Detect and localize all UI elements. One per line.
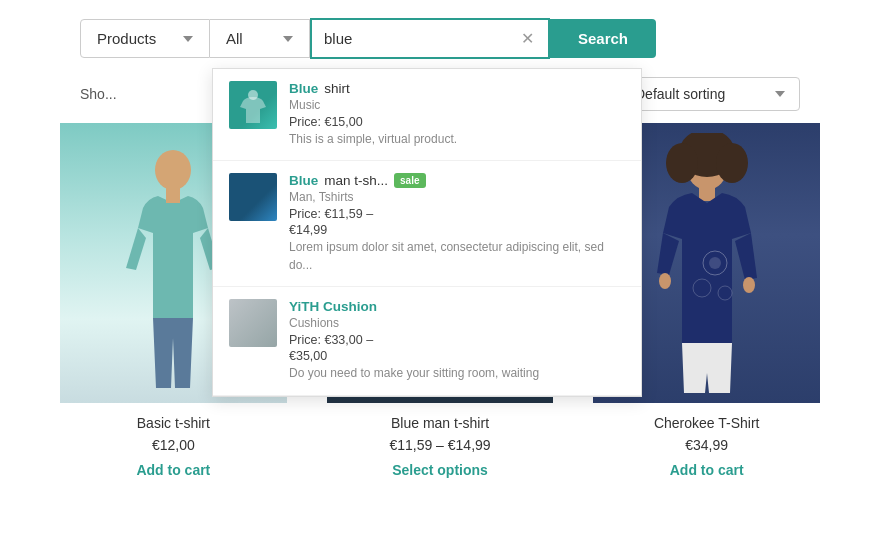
cushion-title: YiTH Cushion [289, 299, 625, 314]
svg-point-16 [709, 257, 721, 269]
blue-man-name: Blue man t-shirt [327, 415, 554, 431]
sort-dropdown[interactable]: Default sorting [620, 77, 800, 111]
showing-text: Sho... [80, 86, 117, 102]
blue-shirt-highlight: Blue [289, 81, 318, 96]
svg-point-12 [666, 143, 698, 183]
blue-man-action[interactable]: Select options [392, 462, 488, 478]
svg-point-13 [716, 143, 748, 183]
blue-shirt-content: Blue shirt Music Price: €15,00 This is a… [289, 81, 625, 148]
blue-man-price2: €14,99 [289, 223, 625, 237]
clear-search-button[interactable]: ✕ [519, 27, 536, 50]
blue-shirt-title: Blue shirt [289, 81, 625, 96]
blue-shirt-description: This is a simple, virtual product. [289, 131, 625, 148]
sort-chevron-icon [775, 91, 785, 97]
search-results-dropdown: Blue shirt Music Price: €15,00 This is a… [212, 68, 642, 397]
cushion-category: Cushions [289, 316, 625, 330]
sort-label: Default sorting [635, 86, 725, 102]
basic-tshirt-price: €12,00 [60, 437, 287, 453]
sale-badge: sale [394, 173, 425, 188]
products-label: Products [97, 30, 156, 47]
blue-shirt-category: Music [289, 98, 625, 112]
blue-man-suffix: man t-sh... [324, 173, 388, 188]
search-result-cushion[interactable]: YiTH Cushion Cushions Price: €33,00 – €3… [213, 287, 641, 395]
all-label: All [226, 30, 243, 47]
blue-man-highlight: Blue [289, 173, 318, 188]
svg-point-20 [743, 277, 755, 293]
blue-man-category: Man, Tshirts [289, 190, 625, 204]
cherokee-name: Cherokee T-Shirt [593, 415, 820, 431]
cushion-price: Price: €33,00 – [289, 333, 625, 347]
cushion-price2: €35,00 [289, 349, 625, 363]
basic-tshirt-name: Basic t-shirt [60, 415, 287, 431]
blue-man-thumbnail [229, 173, 277, 221]
svg-rect-14 [699, 187, 715, 201]
blue-man-description: Lorem ipsum dolor sit amet, consectetur … [289, 239, 625, 274]
search-button[interactable]: Search [550, 19, 656, 58]
cherokee-action[interactable]: Add to cart [670, 462, 744, 478]
blue-shirt-thumbnail [229, 81, 277, 129]
svg-point-1 [155, 150, 191, 190]
svg-rect-2 [166, 188, 180, 203]
cherokee-price: €34,99 [593, 437, 820, 453]
search-input[interactable] [324, 20, 519, 57]
cushion-description: Do you need to make your sitting room, w… [289, 365, 625, 382]
cushion-content: YiTH Cushion Cushions Price: €33,00 – €3… [289, 299, 625, 382]
all-dropdown[interactable]: All [210, 19, 310, 58]
blue-man-price: €11,59 – €14,99 [327, 437, 554, 453]
blue-shirt-suffix: shirt [324, 81, 350, 96]
all-chevron-icon [283, 36, 293, 42]
cushion-title-text: YiTH Cushion [289, 299, 377, 314]
search-result-blue-man[interactable]: Blue man t-sh... sale Man, Tshirts Price… [213, 161, 641, 287]
basic-tshirt-action[interactable]: Add to cart [136, 462, 210, 478]
blue-shirt-price: Price: €15,00 [289, 115, 625, 129]
blue-man-content: Blue man t-sh... sale Man, Tshirts Price… [289, 173, 625, 274]
search-result-blue-shirt[interactable]: Blue shirt Music Price: €15,00 This is a… [213, 69, 641, 161]
search-input-wrap: ✕ [310, 18, 550, 59]
svg-point-19 [659, 273, 671, 289]
cushion-thumbnail [229, 299, 277, 347]
products-dropdown[interactable]: Products [80, 19, 210, 58]
blue-man-title: Blue man t-sh... sale [289, 173, 625, 188]
blue-man-price: Price: €11,59 – [289, 207, 625, 221]
search-bar: Products All ✕ Search [0, 0, 880, 77]
products-chevron-icon [183, 36, 193, 42]
